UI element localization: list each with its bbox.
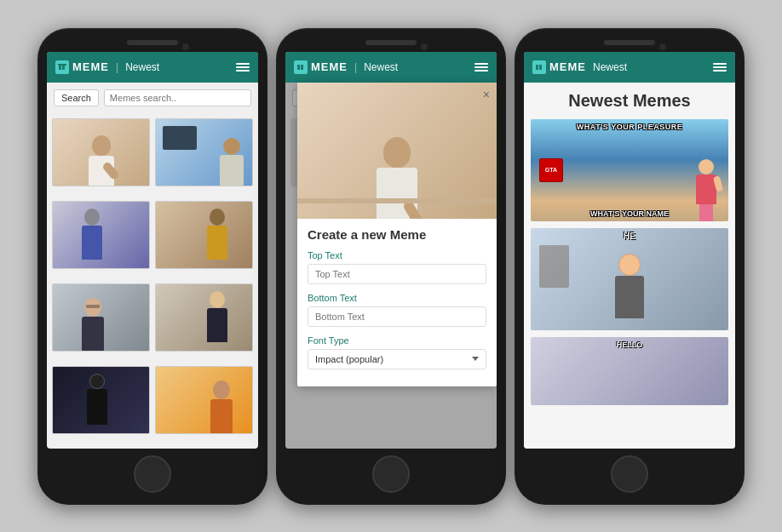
phone-1-search-button[interactable]: Search — [54, 89, 99, 106]
hamburger-line-1 — [236, 63, 250, 65]
phone-2-nav: Newest — [364, 61, 398, 73]
phone-3-nav: Newest — [593, 61, 627, 73]
phone-1-home-button[interactable] — [134, 455, 171, 493]
phone-3-camera — [659, 43, 666, 50]
top-text-input[interactable] — [308, 264, 486, 284]
phone-1-image-grid — [47, 113, 258, 449]
phone-3-home-button[interactable] — [611, 455, 648, 493]
archer-suit — [615, 276, 644, 318]
phone-1-nav: Newest — [125, 61, 159, 73]
top-text-label: Top Text — [308, 250, 486, 260]
phone-3-header: MEME Newest — [524, 52, 735, 83]
modal-meme-image — [297, 83, 497, 219]
spock-figure — [77, 209, 107, 268]
phone-3-newest-content: Newest Memes WHAT'S YOUR PLEASURE GTA — [524, 83, 735, 449]
phone-3-app-name: MEME — [549, 60, 586, 73]
phone-1-app-name: MEME — [72, 60, 109, 73]
bottom-text-group: Bottom Text — [308, 293, 486, 327]
hamburger-line-2 — [236, 66, 250, 68]
header-divider-2: | — [354, 61, 357, 73]
header-divider-1: | — [116, 61, 118, 73]
svg-rect-2 — [58, 64, 66, 66]
bottom-text-label: Bottom Text — [308, 293, 486, 303]
font-type-label: Font Type — [308, 335, 486, 346]
meme-thumb-6[interactable] — [155, 283, 253, 352]
create-meme-modal: × Create a new Meme Top Text Bottom Text — [297, 83, 497, 386]
phone-2-app-name: MEME — [311, 60, 348, 73]
hamburger-line-3 — [236, 70, 250, 72]
phone-3-screen: MEME Newest Newest Memes WHAT'S YOUR PLE… — [524, 52, 735, 449]
phone-1-search-input[interactable] — [104, 89, 251, 106]
hamburger-line-4 — [474, 63, 488, 65]
top-text-group: Top Text — [308, 250, 486, 284]
phone-2-speaker — [365, 40, 417, 45]
modal-body: Create a new Meme Top Text Bottom Text F… — [297, 219, 497, 386]
modal-close-button[interactable]: × — [483, 88, 490, 101]
meme-thumb-4[interactable] — [155, 201, 253, 269]
svg-rect-5 — [536, 65, 538, 70]
kirk-figure — [210, 380, 233, 433]
modal-overlay[interactable]: × Create a new Meme Top Text Bottom Text — [285, 83, 497, 449]
modal-figure-head — [383, 137, 411, 168]
hamburger-line-9 — [713, 70, 727, 72]
hamburger-line-7 — [713, 63, 727, 65]
meme-thumb-5[interactable] — [52, 283, 150, 352]
phone-1-header: MEME | Newest — [47, 52, 258, 83]
meme-1-top-text: WHAT'S YOUR PLEASURE — [531, 123, 728, 131]
modal-figure — [377, 137, 417, 219]
meme-2-top-text: HE — [531, 232, 728, 241]
phone-1-screen: MEME | Newest Search — [47, 52, 258, 449]
hamburger-line-6 — [474, 70, 488, 72]
gta-logo-icon: GTA — [539, 158, 563, 182]
phone-2: MEME | Newest Sea... — [276, 28, 506, 505]
phone-1-search-bar: Search — [47, 83, 258, 113]
newest-memes-title: Newest Memes — [531, 91, 728, 111]
phone-3-logo: MEME — [532, 60, 586, 74]
trek-figure — [202, 209, 233, 268]
meme-3-top-text: HELLO — [531, 340, 728, 349]
svg-rect-6 — [539, 65, 542, 70]
suit-figure — [202, 291, 233, 351]
phone-3-logo-icon — [532, 60, 546, 74]
modal-figure-body — [377, 168, 417, 219]
phone-1-logo: MEME — [55, 60, 109, 74]
phone-3-speaker — [604, 40, 655, 45]
meme-thumb-2[interactable] — [155, 118, 253, 186]
dark-figure — [82, 374, 112, 433]
phone-2-header: MEME | Newest — [285, 52, 497, 83]
phone-2-logo-icon — [294, 60, 308, 74]
font-type-group: Font Type Impact (popular) Arial Comic S… — [308, 335, 486, 369]
archer-figure-3 — [604, 254, 655, 330]
phone-3: MEME Newest Newest Memes WHAT'S YOUR PLE… — [515, 28, 745, 505]
meme-thumb-1[interactable] — [52, 118, 150, 186]
newest-meme-1[interactable]: WHAT'S YOUR PLEASURE GTA WHAT'S YOUR NAM… — [531, 119, 728, 221]
phone-1-camera — [182, 43, 189, 50]
hamburger-line-8 — [713, 66, 727, 68]
phone-1: MEME | Newest Search — [37, 28, 267, 505]
phone-2-logo: MEME — [294, 60, 348, 74]
meme-thumb-8[interactable] — [155, 366, 253, 434]
meme-1-bottom-text: WHAT'S YOUR NAME — [531, 209, 728, 218]
svg-rect-4 — [301, 65, 303, 70]
phone-2-screen: MEME | Newest Sea... — [285, 52, 497, 449]
logo-icon — [55, 60, 69, 74]
font-type-select[interactable]: Impact (popular) Arial Comic Sans Times … — [308, 349, 486, 369]
phone-1-hamburger[interactable] — [236, 63, 250, 72]
phone-1-speaker — [127, 40, 178, 45]
bottom-text-input[interactable] — [308, 306, 486, 327]
archer-head — [618, 254, 641, 276]
svg-rect-3 — [297, 65, 300, 70]
meme-thumb-7[interactable] — [52, 366, 150, 434]
hamburger-line-5 — [474, 66, 488, 68]
newest-meme-3[interactable]: HELLO — [531, 337, 728, 405]
phone-3-hamburger[interactable] — [713, 63, 727, 72]
phone-2-home-button[interactable] — [372, 455, 410, 493]
phone-2-hamburger[interactable] — [474, 63, 488, 72]
modal-title: Create a new Meme — [308, 227, 486, 242]
phone-2-camera — [421, 43, 428, 50]
meme-thumb-3[interactable] — [52, 201, 150, 269]
newest-meme-2[interactable]: HE — [531, 228, 728, 330]
glasses-figure — [82, 298, 104, 351]
